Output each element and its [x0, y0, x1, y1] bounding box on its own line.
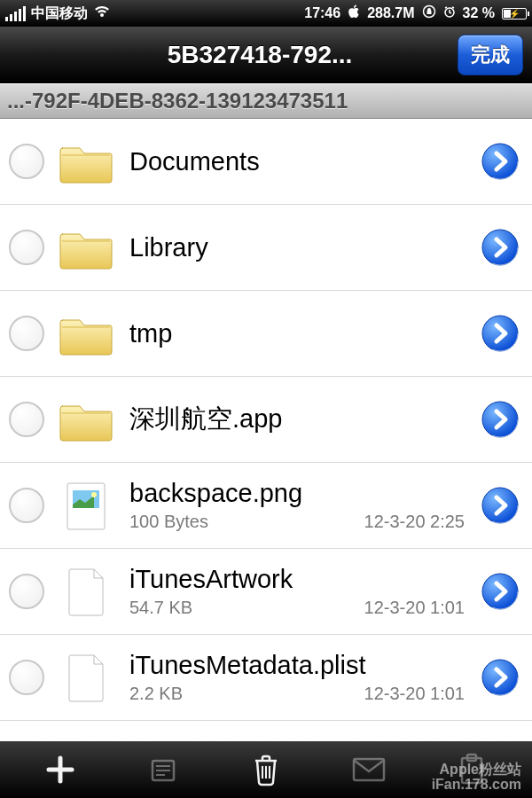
file-name: Documents — [129, 147, 473, 176]
carrier-label: 中国移动 — [31, 4, 88, 23]
alarm-icon — [443, 5, 456, 21]
file-row[interactable]: backspace.png100 Bytes12-3-20 2:25 — [0, 463, 532, 549]
battery-icon: ⚡ — [502, 8, 527, 20]
path-bar[interactable]: ...-792F-4DEB-8362-139123473511 — [0, 83, 532, 119]
done-button[interactable]: 完成 — [458, 35, 523, 75]
archive-button[interactable] — [142, 748, 184, 791]
clipboard-button[interactable] — [450, 748, 493, 791]
image-file-icon — [59, 478, 113, 533]
disclosure-button[interactable] — [481, 658, 520, 697]
file-date: 12-3-20 2:25 — [364, 512, 465, 532]
select-circle[interactable] — [9, 574, 44, 609]
file-list: DocumentsLibrarytmp深圳航空.appbackspace.png… — [0, 119, 532, 741]
wifi-icon — [93, 4, 111, 22]
apple-icon — [348, 4, 360, 22]
file-name: backspace.png — [129, 479, 473, 508]
add-button[interactable] — [39, 748, 82, 791]
mail-button[interactable] — [348, 748, 390, 791]
file-name: Library — [129, 233, 473, 262]
disclosure-button[interactable] — [481, 486, 520, 525]
file-row[interactable]: 深圳航空.app — [0, 377, 532, 463]
file-row[interactable]: tmp — [0, 291, 532, 377]
file-size: 100 Bytes — [129, 512, 208, 532]
select-circle[interactable] — [9, 316, 44, 351]
file-name: 深圳航空.app — [129, 402, 473, 437]
folder-icon — [59, 220, 113, 275]
folder-icon — [59, 392, 113, 447]
select-circle[interactable] — [9, 230, 44, 265]
disclosure-button[interactable] — [481, 142, 520, 181]
file-icon — [59, 564, 113, 619]
nav-bar: 5B327418-792... 完成 — [0, 27, 532, 83]
page-title: 5B327418-792... — [9, 41, 458, 69]
time-label: 17:46 — [304, 5, 340, 21]
file-row[interactable]: iTunesMetadata.plist2.2 KB12-3-20 1:01 — [0, 635, 532, 721]
folder-icon — [59, 134, 113, 189]
file-date: 12-3-20 1:01 — [364, 598, 465, 618]
file-name: iTunesMetadata.plist — [129, 651, 473, 680]
file-name: tmp — [129, 319, 473, 348]
select-circle[interactable] — [9, 402, 44, 437]
folder-icon — [59, 306, 113, 361]
file-size: 54.7 KB — [129, 598, 192, 618]
file-icon — [59, 650, 113, 705]
battery-pct: 32 % — [463, 5, 495, 21]
file-name: iTunesArtwork — [129, 565, 473, 594]
file-row[interactable]: Library — [0, 205, 532, 291]
status-bar: 中国移动 17:46 288.7M 32 % ⚡ — [0, 0, 532, 27]
lock-icon — [422, 4, 436, 22]
file-size: 2.2 KB — [129, 684, 183, 704]
file-row[interactable]: Documents — [0, 119, 532, 205]
trash-button[interactable] — [245, 748, 287, 791]
select-circle[interactable] — [9, 660, 44, 695]
select-circle[interactable] — [9, 488, 44, 523]
disclosure-button[interactable] — [481, 572, 520, 611]
select-circle[interactable] — [9, 144, 44, 179]
bottom-toolbar: Apple粉丝站 iFan.178.com — [0, 741, 532, 798]
disclosure-button[interactable] — [481, 228, 520, 267]
memory-label: 288.7M — [367, 5, 414, 21]
disclosure-button[interactable] — [481, 400, 520, 439]
signal-icon — [5, 6, 26, 21]
disclosure-button[interactable] — [481, 314, 520, 353]
svg-point-12 — [91, 492, 97, 497]
file-date: 12-3-20 1:01 — [364, 684, 465, 704]
file-row[interactable]: iTunesArtwork54.7 KB12-3-20 1:01 — [0, 549, 532, 635]
